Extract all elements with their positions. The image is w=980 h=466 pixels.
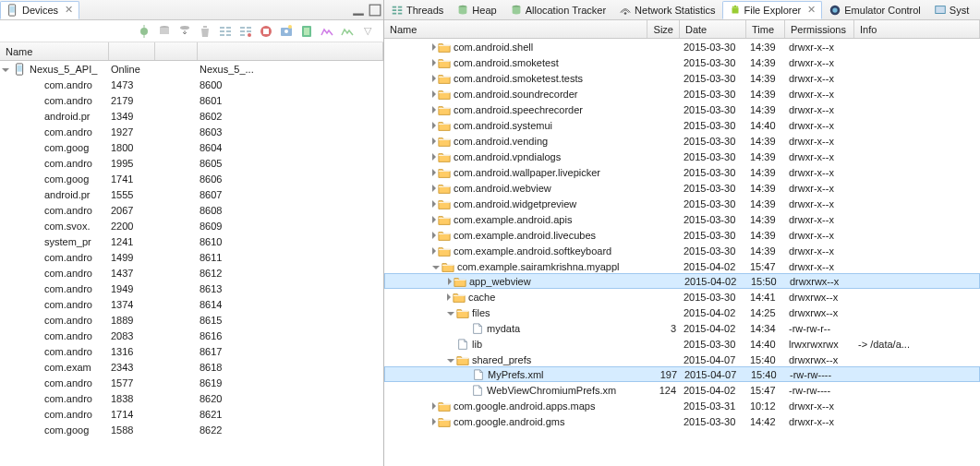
collapse-icon[interactable] xyxy=(447,359,454,363)
close-icon[interactable]: ✕ xyxy=(65,4,73,16)
ui-dump-icon[interactable] xyxy=(298,23,315,40)
expand-icon[interactable] xyxy=(432,122,436,129)
process-row[interactable]: com.andro17148621 xyxy=(0,406,383,422)
device-row[interactable]: Nexus_5_API_ Online Nexus_5_... xyxy=(0,61,383,77)
tab-threads[interactable]: Threads xyxy=(384,1,450,19)
process-row[interactable]: com.andro18898615 xyxy=(0,312,383,328)
col-info[interactable]: Info xyxy=(854,20,980,38)
folder-row[interactable]: com.example.android.apis2015-03-3014:39d… xyxy=(384,211,980,227)
expand-icon[interactable] xyxy=(432,137,436,145)
col-name[interactable]: Name xyxy=(0,42,109,60)
col-perm[interactable]: Permissions xyxy=(785,20,854,38)
process-row[interactable]: com.andro13168617 xyxy=(0,343,383,359)
folder-row[interactable]: com.android.soundrecorder2015-03-3014:39… xyxy=(384,86,980,102)
gc-icon[interactable] xyxy=(197,23,213,40)
expand-icon[interactable] xyxy=(432,75,436,82)
expand-icon[interactable] xyxy=(432,59,436,66)
expand-icon[interactable] xyxy=(432,153,436,161)
expand-icon[interactable] xyxy=(432,90,436,98)
folder-row[interactable]: com.android.smoketest2015-03-3014:39drwx… xyxy=(384,54,980,70)
expand-icon[interactable] xyxy=(432,232,436,239)
process-row[interactable]: com.goog15888622 xyxy=(0,422,383,437)
folder-row[interactable]: files2015-04-0214:25drwxrwx--x xyxy=(384,305,980,320)
folder-row[interactable]: com.android.shell2015-03-3014:39drwxr-x-… xyxy=(384,39,980,54)
process-row[interactable]: com.andro15778619 xyxy=(0,375,383,390)
expand-icon[interactable] xyxy=(432,43,436,51)
process-row[interactable]: system_pr12418610 xyxy=(0,233,383,249)
expand-icon[interactable] xyxy=(2,68,9,72)
col-blank3[interactable] xyxy=(198,42,383,60)
process-row[interactable]: android.pr13498602 xyxy=(0,108,383,124)
process-row[interactable]: com.andro18388620 xyxy=(0,390,383,406)
folder-row[interactable]: com.android.vending2015-03-3014:39drwxr-… xyxy=(384,133,980,149)
process-row[interactable]: com.andro21798601 xyxy=(0,92,383,108)
collapse-icon[interactable] xyxy=(432,266,440,269)
process-row[interactable]: com.andro20838616 xyxy=(0,328,383,343)
process-row[interactable]: com.andro19278603 xyxy=(0,124,383,139)
col-time[interactable]: Time xyxy=(746,20,785,38)
process-row[interactable]: com.goog18008604 xyxy=(0,139,383,155)
method-profile-icon[interactable] xyxy=(237,23,254,40)
views-icon[interactable] xyxy=(339,23,356,40)
tab-network-statistics[interactable]: Network Statistics xyxy=(612,1,721,19)
folder-row[interactable]: com.android.smoketest.tests2015-03-3014:… xyxy=(384,70,980,86)
expand-icon[interactable] xyxy=(432,247,436,255)
process-row[interactable]: android.pr15558607 xyxy=(0,186,383,202)
process-row[interactable]: com.andro14998611 xyxy=(0,249,383,265)
file-row[interactable]: MyPrefs.xml1972015-04-0715:40-rw-rw---- xyxy=(384,366,980,382)
expand-icon[interactable] xyxy=(447,293,451,301)
expand-icon[interactable] xyxy=(432,106,436,114)
folder-row[interactable]: cache2015-03-3014:41drwxrwx--x xyxy=(384,289,980,305)
expand-icon[interactable] xyxy=(432,200,436,208)
collapse-icon[interactable] xyxy=(447,312,454,316)
file-row[interactable]: WebViewChromiumPrefs.xm1242015-04-0215:4… xyxy=(384,382,980,398)
debug-icon[interactable] xyxy=(136,23,152,40)
file-explorer-body[interactable]: com.android.shell2015-03-3014:39drwxr-x-… xyxy=(384,39,980,466)
expand-icon[interactable] xyxy=(432,216,436,223)
tab-allocation-tracker[interactable]: Allocation Tracker xyxy=(503,1,612,19)
maximize-icon[interactable] xyxy=(369,4,381,17)
heap-update-icon[interactable] xyxy=(156,23,173,40)
screenshot-icon[interactable] xyxy=(278,23,295,40)
tab-syst[interactable]: Syst xyxy=(927,1,975,19)
process-row[interactable]: com.svox.22008609 xyxy=(0,218,383,233)
folder-row[interactable]: com.android.widgetpreview2015-03-3014:39… xyxy=(384,196,980,211)
stop-icon[interactable] xyxy=(258,23,274,40)
tab-file-explorer[interactable]: File Explorer✕ xyxy=(722,1,823,19)
folder-row[interactable]: com.google.android.gms2015-03-3014:42drw… xyxy=(384,413,980,429)
process-row[interactable]: com.andro19498613 xyxy=(0,281,383,296)
folder-row[interactable]: com.android.wallpaper.livepicker2015-03-… xyxy=(384,164,980,180)
expand-icon[interactable] xyxy=(432,185,436,192)
process-row[interactable]: com.andro20678608 xyxy=(0,202,383,218)
process-row[interactable]: com.andro13748614 xyxy=(0,296,383,312)
folder-row[interactable]: com.example.sairamkrishna.myappl2015-04-… xyxy=(384,258,980,274)
view-menu-icon[interactable]: ▽ xyxy=(359,23,376,40)
minimize-icon[interactable] xyxy=(352,4,365,17)
folder-row[interactable]: com.android.systemui2015-03-3014:40drwxr… xyxy=(384,117,980,133)
folder-row[interactable]: com.android.vpndialogs2015-03-3014:39drw… xyxy=(384,149,980,164)
expand-icon[interactable] xyxy=(432,169,436,176)
file-row[interactable]: mydata32015-04-0214:34-rw-rw-r-- xyxy=(384,320,980,336)
col-date[interactable]: Date xyxy=(680,20,746,38)
file-row[interactable]: lib2015-03-3014:40lrwxrwxrwx-> /data/a..… xyxy=(384,336,980,352)
col-size[interactable]: Size xyxy=(647,20,680,38)
expand-icon[interactable] xyxy=(432,402,436,410)
folder-row[interactable]: com.example.android.softkeyboard2015-03-… xyxy=(384,243,980,258)
folder-row[interactable]: com.android.speechrecorder2015-03-3014:3… xyxy=(384,102,980,117)
folder-row[interactable]: com.google.android.apps.maps2015-03-3110… xyxy=(384,398,980,413)
threads-icon[interactable] xyxy=(217,23,234,40)
process-row[interactable]: com.exam23438618 xyxy=(0,359,383,375)
folder-row[interactable]: shared_prefs2015-04-0715:40drwxrwx--x xyxy=(384,352,980,367)
folder-row[interactable]: com.example.android.livecubes2015-03-301… xyxy=(384,227,980,243)
expand-icon[interactable] xyxy=(448,278,452,285)
close-icon[interactable]: ✕ xyxy=(807,4,816,16)
devices-table-body[interactable]: Nexus_5_API_ Online Nexus_5_... com.andr… xyxy=(0,61,383,466)
col-blank1[interactable] xyxy=(109,42,155,60)
heap-dump-icon[interactable] xyxy=(176,23,193,40)
expand-icon[interactable] xyxy=(432,418,436,425)
process-row[interactable]: com.goog17418606 xyxy=(0,171,383,186)
col-name[interactable]: Name xyxy=(384,20,647,38)
folder-row[interactable]: app_webview2015-04-0215:50drwxrwx--x xyxy=(384,273,980,289)
tab-heap[interactable]: Heap xyxy=(450,1,502,19)
devices-tab[interactable]: Devices ✕ xyxy=(0,1,79,19)
